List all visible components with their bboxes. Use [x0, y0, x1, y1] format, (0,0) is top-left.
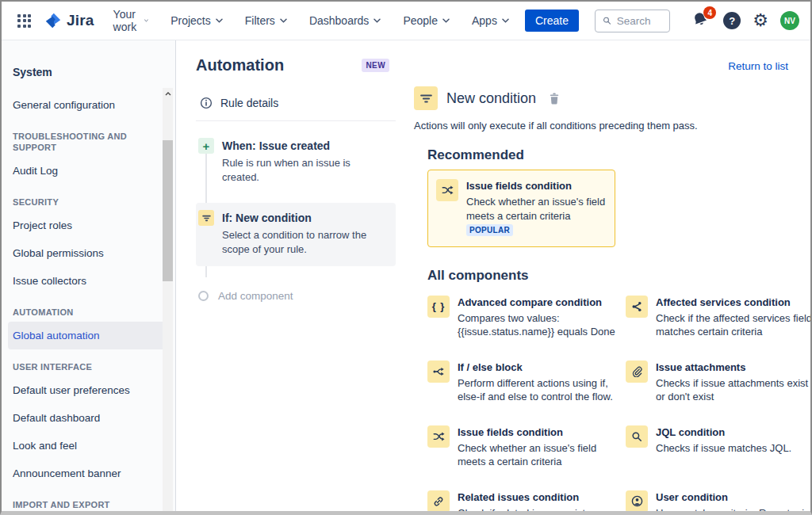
top-navbar: Jira Your work Projects Filters Dashboar… [2, 2, 810, 40]
chevron-down-icon [442, 18, 450, 23]
delete-condition-button[interactable] [549, 93, 560, 105]
nav-item-label: Dashboards [309, 14, 370, 27]
paperclip-icon [626, 360, 648, 383]
nav-item-label: Your work [113, 8, 140, 33]
component-desc: User matches criteria: Reporter in group… [656, 506, 812, 515]
component-issue-fields-condition[interactable]: Issue fields condition Check whether an … [427, 425, 619, 469]
settings-gear-icon[interactable]: ⚙ [753, 12, 768, 29]
nav-item-projects[interactable]: Projects [170, 14, 223, 27]
braces-glyph: { } [432, 300, 446, 312]
help-button[interactable]: ? [723, 12, 741, 29]
sidebar-item-general-configuration[interactable]: General configuration [8, 91, 169, 119]
component-title: Advanced compare condition [458, 296, 619, 309]
sidebar-section-security: SECURITY [8, 185, 169, 212]
chevron-down-icon [216, 18, 223, 23]
divider [196, 120, 396, 121]
recommended-heading: Recommended [427, 147, 810, 163]
nav-item-apps[interactable]: Apps [472, 14, 509, 27]
sidebar-item-default-user-preferences[interactable]: Default user preferences [8, 376, 169, 404]
main-content: Automation NEW Rule details + When: Issu… [177, 40, 810, 511]
component-related-issues-condition[interactable]: Related issues condition Check if relate… [427, 490, 619, 515]
add-component-button[interactable]: Add component [196, 290, 396, 302]
condition-step-selected[interactable]: If: New condition Select a condition to … [196, 203, 396, 266]
sidebar-item-global-permissions[interactable]: Global permissions [8, 239, 169, 267]
condition-title: If: New condition [222, 210, 387, 226]
scrollbar-thumb[interactable] [163, 140, 173, 281]
component-advanced-compare-condition[interactable]: { } Advanced compare condition Compares … [427, 296, 619, 339]
recommended-card-title: Issue fields condition [466, 179, 607, 193]
sidebar-section-import-export: IMPORT AND EXPORT [8, 487, 169, 514]
nav-menu: Your work Projects Filters Dashboards Pe… [113, 8, 509, 33]
sidebar-item-announcement-banner[interactable]: Announcement banner [8, 460, 169, 487]
chevron-down-icon [502, 18, 509, 23]
create-button[interactable]: Create [525, 10, 579, 32]
add-component-label: Add component [218, 290, 293, 302]
search-box[interactable] [595, 10, 670, 32]
sidebar-scrollbar[interactable] [163, 88, 173, 511]
navbar-icon-cluster: 4 ? ⚙ NV [691, 10, 799, 32]
sidebar-section-troubleshooting: TROUBLESHOOTING AND SUPPORT [8, 119, 169, 157]
condition-desc: Select a condition to narrow the scope o… [222, 228, 387, 257]
component-title: JQL condition [656, 425, 791, 439]
component-title: Related issues condition [458, 490, 619, 504]
component-jql-condition[interactable]: JQL condition Checks if issue matches JQ… [626, 425, 812, 469]
filter-icon [198, 210, 214, 226]
jira-admin-window: Jira Your work Projects Filters Dashboar… [0, 0, 812, 515]
component-if-else-block[interactable]: If / else block Perform different action… [427, 360, 619, 404]
chevron-up-icon [165, 92, 171, 96]
share-icon [626, 296, 648, 318]
jira-logo[interactable]: Jira [44, 11, 94, 30]
sidebar-item-issue-collectors[interactable]: Issue collectors [8, 267, 169, 295]
component-desc: Compares two values: {{issue.status.name… [458, 311, 619, 339]
shuffle-icon [427, 425, 450, 448]
component-desc: Check if the affected services field mat… [656, 311, 812, 339]
search-input[interactable] [617, 15, 663, 27]
nav-item-filters[interactable]: Filters [245, 14, 287, 27]
recommended-card-issue-fields-condition[interactable]: Issue fields condition Check whether an … [427, 170, 615, 247]
sidebar-item-audit-log[interactable]: Audit Log [8, 157, 169, 185]
sidebar-section-automation: AUTOMATION [8, 295, 169, 322]
sidebar-item-global-automation[interactable]: Global automation [8, 322, 169, 349]
sidebar-title: System [2, 40, 175, 91]
trigger-title: When: Issue created [222, 138, 387, 154]
component-user-condition[interactable]: User condition User matches criteria: Re… [626, 490, 812, 515]
component-title: Issue attachments [656, 360, 812, 374]
chevron-down-icon [373, 18, 381, 23]
nav-item-label: People [403, 14, 438, 27]
plus-icon: + [198, 138, 214, 154]
brand-name: Jira [67, 12, 94, 29]
component-issue-attachments[interactable]: Issue attachments Checks if issue attach… [626, 360, 812, 404]
component-desc: Check if related issues exist or match J… [458, 506, 619, 515]
chevron-down-icon [280, 18, 287, 23]
trigger-desc: Rule is run when an issue is created. [222, 156, 387, 185]
sidebar-item-default-dashboard[interactable]: Default dashboard [8, 404, 169, 432]
sidebar-item-look-and-feel[interactable]: Look and feel [8, 432, 169, 460]
shuffle-icon [436, 179, 458, 201]
nav-item-dashboards[interactable]: Dashboards [309, 14, 381, 27]
scrollbar-up-arrow[interactable] [163, 88, 173, 100]
filter-icon [414, 86, 438, 110]
component-affected-services-condition[interactable]: Affected services condition Check if the… [626, 296, 812, 339]
rule-details-link[interactable]: Rule details [196, 97, 396, 109]
page-title: Automation [196, 56, 284, 74]
app-switcher-icon[interactable] [13, 10, 36, 32]
admin-sidebar: System General configuration TROUBLESHOO… [2, 40, 176, 511]
nav-item-people[interactable]: People [403, 14, 450, 27]
sidebar-item-project-roles[interactable]: Project roles [8, 212, 169, 239]
rule-steps: + When: Issue created Rule is run when a… [196, 138, 396, 302]
return-to-list-link[interactable]: Return to list [728, 60, 788, 72]
panel-title: New condition [446, 90, 536, 107]
sidebar-list: General configuration TROUBLESHOOTING AN… [2, 91, 175, 514]
component-desc: Perform different actions using if, else… [458, 376, 619, 404]
question-mark-icon: ? [729, 15, 735, 27]
trigger-step[interactable]: + When: Issue created Rule is run when a… [196, 138, 396, 185]
rule-details-label: Rule details [220, 97, 278, 109]
component-desc: Checks if issue attachments exist or don… [656, 376, 812, 404]
user-icon [626, 490, 648, 513]
empty-circle-icon [198, 291, 209, 301]
all-components-heading: All components [427, 268, 810, 284]
user-avatar[interactable]: NV [780, 11, 799, 30]
notifications-button[interactable]: 4 [691, 10, 711, 32]
nav-item-your-work[interactable]: Your work [113, 8, 149, 33]
rule-builder-column: Automation NEW Rule details + When: Issu… [196, 56, 396, 302]
